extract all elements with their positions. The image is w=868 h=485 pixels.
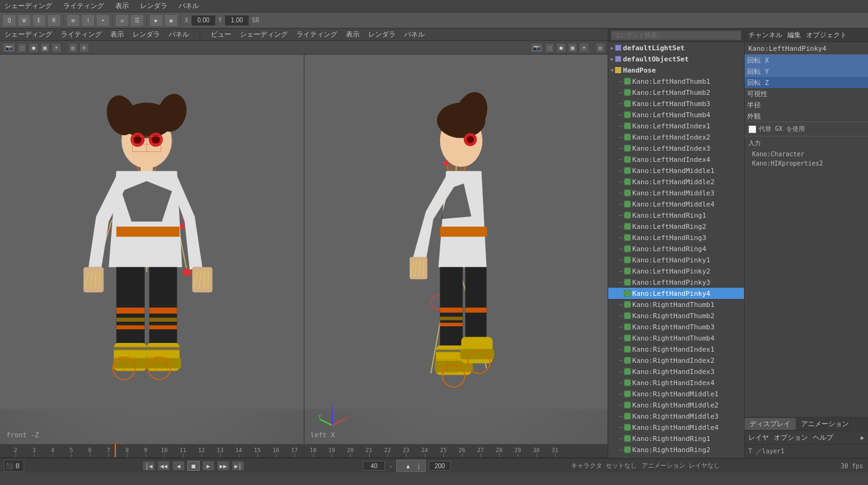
ruler-tick-4[interactable]: 4: [43, 447, 62, 457]
btn-play[interactable]: ▶: [202, 461, 215, 471]
channel-gx-label[interactable]: 代替 GX を使用: [748, 125, 864, 133]
outliner-search-input[interactable]: [611, 30, 742, 40]
outliner-item-LeftHandRing4[interactable]: —Kano:LeftHandRing4: [608, 243, 744, 254]
ruler-tick-22[interactable]: 22: [378, 447, 397, 457]
vp-menu-lighting-r[interactable]: ライティング: [294, 30, 339, 39]
channel-menu-layer[interactable]: レイヤ: [748, 433, 769, 442]
ruler-tick-28[interactable]: 28: [490, 447, 508, 457]
ruler-tick-16[interactable]: 16: [267, 447, 285, 457]
timeline-ruler[interactable]: 2345678910111213141516171819202122232425…: [0, 444, 608, 458]
outliner-item-LeftHandMiddle4[interactable]: —Kano:LeftHandMiddle4: [608, 198, 744, 210]
outliner-item-RightHandRing2[interactable]: —Kano:RightHandRing2: [608, 444, 744, 455]
outliner-item-LeftHandThumb1[interactable]: —Kano:LeftHandThumb1: [608, 76, 744, 87]
vp-wireframe[interactable]: ⬚: [17, 43, 27, 53]
vp-xray2[interactable]: ◎: [596, 43, 605, 53]
outliner-item-RightHandMiddle1[interactable]: —Kano:RightHandMiddle1: [608, 388, 744, 399]
outliner-item-LeftHandThumb4[interactable]: —Kano:LeftHandThumb4: [608, 109, 744, 120]
outliner-item-LeftHandIndex1[interactable]: —Kano:LeftHandIndex1: [608, 120, 744, 131]
outliner-item-RightHandThumb1[interactable]: —Kano:RightHandThumb1: [608, 299, 744, 310]
vp-light[interactable]: ☀: [51, 43, 61, 53]
translate-x-input[interactable]: [191, 15, 216, 26]
ruler-tick-30[interactable]: 30: [527, 447, 546, 457]
outliner-item-LeftHandPinky1[interactable]: —Kano:LeftHandPinky1: [608, 254, 744, 265]
ruler-tick-19[interactable]: 19: [322, 447, 341, 457]
tool-history[interactable]: ↺: [115, 14, 129, 27]
vp-menu-display-r[interactable]: 表示: [344, 30, 361, 39]
outliner-item-LeftHandRing1[interactable]: —Kano:LeftHandRing1: [608, 210, 744, 221]
outliner-item-LeftHandPinky4[interactable]: —Kano:LeftHandPinky4: [608, 288, 744, 299]
frame-position-input[interactable]: [401, 461, 415, 471]
vp-smooth[interactable]: ●: [29, 43, 38, 53]
vp-menu-panels-l[interactable]: パネル: [167, 30, 191, 39]
channel-gx-checkbox[interactable]: [748, 125, 756, 133]
tool-ipr[interactable]: ◉: [164, 14, 178, 27]
ruler-tick-27[interactable]: 27: [471, 447, 490, 457]
ruler-tick-29[interactable]: 29: [508, 447, 527, 457]
outliner-item-LeftHandPinky3[interactable]: —Kano:LeftHandPinky3: [608, 277, 744, 288]
btn-step-fwd[interactable]: ▶▶: [217, 461, 229, 471]
outliner-item-LeftHandPinky2[interactable]: —Kano:LeftHandPinky2: [608, 265, 744, 277]
ruler-tick-25[interactable]: 25: [434, 447, 453, 457]
vp-camera[interactable]: 📷: [2, 43, 16, 53]
translate-y-input[interactable]: [224, 15, 249, 26]
channel-header-object[interactable]: オブジェクト: [806, 30, 847, 40]
btn-stop[interactable]: ■: [187, 461, 200, 471]
viewport-left[interactable]: left X X Y Z: [304, 55, 608, 444]
tool-snap-grid[interactable]: ⊞: [66, 14, 80, 27]
outliner-item-RightHandIndex1[interactable]: —Kano:RightHandIndex1: [608, 344, 744, 355]
channel-visibility[interactable]: 可視性: [745, 88, 868, 99]
btn-back[interactable]: ◀: [172, 461, 185, 471]
vp-wireframe2[interactable]: ⬚: [545, 43, 554, 53]
vp-isolate[interactable]: ⊙: [79, 43, 89, 53]
channel-header-edit[interactable]: 編集: [787, 30, 801, 40]
channel-menu-options[interactable]: オプション: [774, 433, 808, 442]
outliner-item-RightHandMiddle2[interactable]: —Kano:RightHandMiddle2: [608, 399, 744, 411]
tool-snap-curve[interactable]: ⌇: [81, 14, 95, 27]
channel-menu-help[interactable]: ヘルプ: [813, 433, 833, 442]
tool-select[interactable]: Q: [2, 14, 16, 27]
channel-arrow-right[interactable]: ▶: [861, 434, 864, 441]
menu-shading1[interactable]: シェーディング: [2, 1, 54, 11]
tool-render[interactable]: ▶: [149, 14, 163, 27]
outliner-item-LeftHandRing2[interactable]: —Kano:LeftHandRing2: [608, 221, 744, 232]
channel-rotate-y[interactable]: 回転 Y: [745, 66, 868, 77]
tool-rotate[interactable]: E: [32, 14, 46, 27]
outliner-item-LeftHandIndex3[interactable]: —Kano:LeftHandIndex3: [608, 143, 744, 154]
tool-snap-point[interactable]: •: [96, 14, 110, 27]
menu-renderer1[interactable]: レンダラ: [138, 1, 169, 11]
ruler-tick-12[interactable]: 12: [192, 447, 211, 457]
outliner-item-HandPose[interactable]: ▼HandPose: [608, 65, 744, 76]
outliner-item-LeftHandThumb2[interactable]: —Kano:LeftHandThumb2: [608, 87, 744, 98]
vp-xray[interactable]: ◎: [68, 43, 78, 53]
ruler-tick-8[interactable]: 8: [118, 447, 136, 457]
vp-camera2[interactable]: 📷: [530, 43, 543, 53]
ruler-tick-6[interactable]: 6: [81, 447, 99, 457]
outliner-content[interactable]: ▶defaultLightSet▶defaultObjectSet▼HandPo…: [608, 42, 744, 458]
outliner-item-LeftHandMiddle3[interactable]: —Kano:LeftHandMiddle3: [608, 187, 744, 198]
vp-menu-shading-r[interactable]: シェーディング: [238, 30, 290, 39]
menu-lighting1[interactable]: ライティング: [61, 1, 106, 11]
ruler-tick-3[interactable]: 3: [25, 447, 43, 457]
outliner-item-LeftHandMiddle1[interactable]: —Kano:LeftHandMiddle1: [608, 165, 744, 176]
vp-texture2[interactable]: ▦: [568, 43, 577, 53]
range-end-input[interactable]: [428, 461, 451, 471]
outliner-item-LeftHandMiddle2[interactable]: —Kano:LeftHandMiddle2: [608, 176, 744, 187]
ruler-tick-13[interactable]: 13: [211, 447, 229, 457]
tool-channel[interactable]: ☰: [130, 14, 144, 27]
outliner-item-RightHandIndex2[interactable]: —Kano:RightHandIndex2: [608, 355, 744, 366]
channel-appearance[interactable]: 外観: [745, 110, 868, 122]
outliner-item-LeftHandThumb3[interactable]: —Kano:LeftHandThumb3: [608, 98, 744, 109]
outliner-item-RightHandRing1[interactable]: —Kano:RightHandRing1: [608, 433, 744, 444]
ruler-tick-9[interactable]: 9: [136, 447, 155, 457]
channel-radius[interactable]: 半径: [745, 99, 868, 110]
outliner-item-RightHandIndex3[interactable]: —Kano:RightHandIndex3: [608, 366, 744, 377]
vp-light2[interactable]: ☀: [579, 43, 588, 53]
outliner-item-RightHandMiddle3[interactable]: —Kano:RightHandMiddle3: [608, 411, 744, 422]
outliner-item-RightHandThumb4[interactable]: —Kano:RightHandThumb4: [608, 332, 744, 344]
outliner-item-RightHandThumb3[interactable]: —Kano:RightHandThumb3: [608, 321, 744, 332]
ruler-tick-14[interactable]: 14: [229, 447, 248, 457]
ruler-tick-23[interactable]: 23: [397, 447, 415, 457]
outliner-item-defaultObjectSet[interactable]: ▶defaultObjectSet: [608, 53, 744, 65]
ruler-tick-26[interactable]: 26: [453, 447, 471, 457]
vp-menu-view-r[interactable]: ビュー: [209, 30, 233, 39]
